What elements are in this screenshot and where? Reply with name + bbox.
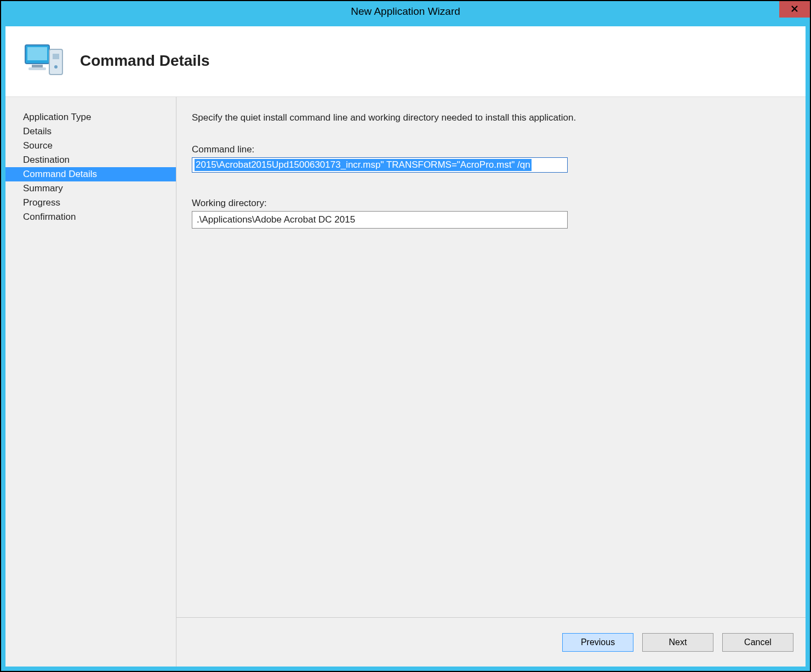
command-line-label: Command line:: [192, 144, 787, 155]
working-directory-label: Working directory:: [192, 198, 787, 209]
sidebar-item-source[interactable]: Source: [5, 139, 176, 153]
command-line-selected-text: 2015\Acrobat2015Upd1500630173_incr.msp" …: [195, 159, 532, 171]
sidebar-item-details[interactable]: Details: [5, 124, 176, 139]
next-button[interactable]: Next: [642, 633, 713, 652]
sidebar-item-summary[interactable]: Summary: [5, 181, 176, 196]
svg-rect-5: [28, 67, 46, 70]
wizard-steps-sidebar: Application Type Details Source Destinat…: [5, 97, 176, 667]
header-banner: Command Details: [5, 26, 806, 97]
svg-rect-7: [53, 54, 59, 59]
instruction-text: Specify the quiet install command line a…: [192, 112, 787, 123]
command-line-input[interactable]: 2015\Acrobat2015Upd1500630173_incr.msp" …: [192, 157, 568, 173]
page-title: Command Details: [80, 52, 210, 70]
sidebar-item-command-details[interactable]: Command Details: [5, 167, 176, 181]
footer: Previous Next Cancel: [176, 617, 806, 667]
sidebar-item-progress[interactable]: Progress: [5, 196, 176, 210]
window-title: New Application Wizard: [351, 5, 460, 18]
window-body: Command Details Application Type Details…: [1, 22, 810, 671]
svg-rect-3: [27, 47, 47, 60]
close-button[interactable]: [779, 1, 810, 18]
cancel-button[interactable]: Cancel: [722, 633, 793, 652]
svg-rect-6: [49, 49, 62, 75]
svg-point-8: [54, 65, 58, 69]
close-icon: [791, 4, 798, 15]
main-pane: Specify the quiet install command line a…: [176, 97, 806, 617]
body-area: Application Type Details Source Destinat…: [5, 97, 806, 667]
svg-rect-4: [32, 65, 43, 67]
sidebar-item-application-type[interactable]: Application Type: [5, 110, 176, 124]
sidebar-item-destination[interactable]: Destination: [5, 153, 176, 167]
titlebar: New Application Wizard: [1, 1, 810, 22]
main-column: Specify the quiet install command line a…: [176, 97, 806, 667]
working-directory-input[interactable]: [192, 211, 568, 229]
wizard-window: New Application Wizard Command Details: [0, 0, 811, 672]
sidebar-item-confirmation[interactable]: Confirmation: [5, 210, 176, 224]
previous-button[interactable]: Previous: [562, 633, 633, 652]
wizard-icon: [23, 42, 67, 80]
